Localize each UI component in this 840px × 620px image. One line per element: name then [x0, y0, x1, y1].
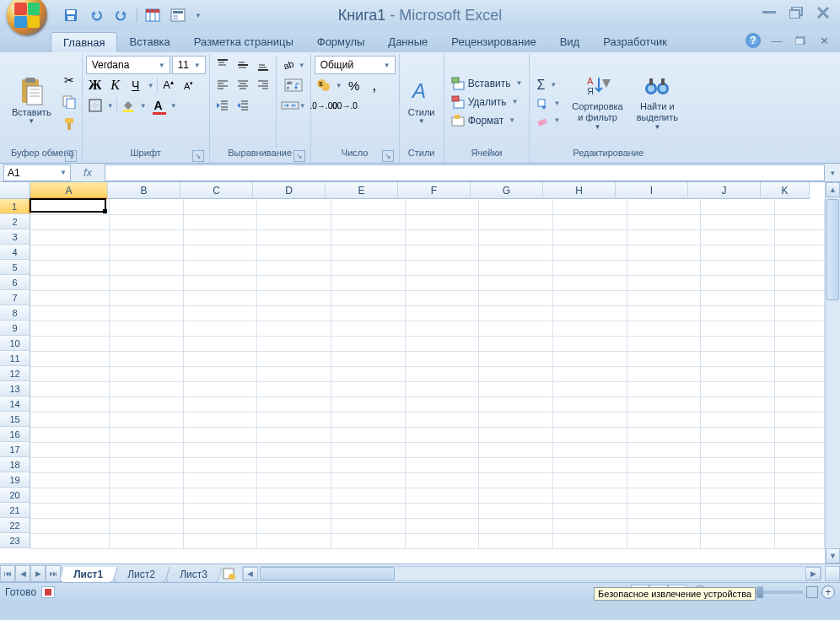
row-header[interactable]: 20	[0, 488, 30, 503]
fill-color-dropdown[interactable]: ▼	[139, 96, 148, 115]
row-header[interactable]: 17	[0, 442, 30, 457]
ribbon-tab-3[interactable]: Формулы	[305, 32, 377, 52]
delete-cells-button[interactable]: Удалить▼	[448, 94, 526, 111]
increase-indent-button[interactable]	[234, 96, 252, 115]
dialog-launcher[interactable]: ↘	[293, 150, 305, 162]
close-button[interactable]	[815, 5, 832, 20]
align-top-button[interactable]	[213, 56, 232, 74]
row-header[interactable]: 6	[0, 275, 30, 290]
scroll-thumb[interactable]	[260, 567, 395, 580]
first-sheet-button[interactable]: ⏮	[0, 565, 15, 582]
dialog-launcher[interactable]: ↘	[192, 150, 204, 162]
align-center-button[interactable]	[234, 76, 252, 94]
row-header[interactable]: 5	[0, 260, 30, 275]
sheet-tab[interactable]: Лист3	[164, 567, 222, 583]
column-header[interactable]: C	[180, 182, 253, 199]
expand-formula-bar-button[interactable]: ▾	[825, 169, 840, 177]
row-header[interactable]: 7	[0, 290, 30, 305]
accounting-format-button[interactable]: $	[315, 76, 333, 94]
row-header[interactable]: 19	[0, 472, 30, 488]
zoom-thumb[interactable]	[757, 586, 763, 598]
italic-button[interactable]: К	[106, 76, 125, 94]
font-color-dropdown[interactable]: ▼	[170, 96, 178, 115]
row-header[interactable]: 23	[0, 533, 30, 548]
font-size-combo[interactable]: 11▼	[172, 56, 206, 74]
dialog-launcher[interactable]: ↘	[65, 150, 77, 162]
row-header[interactable]: 13	[0, 381, 30, 396]
row-header[interactable]: 18	[0, 457, 30, 472]
font-name-combo[interactable]: Verdana▼	[86, 56, 170, 74]
decrease-indent-button[interactable]	[213, 96, 232, 115]
row-header[interactable]: 1	[0, 199, 30, 214]
cut-button[interactable]: ✂	[60, 71, 78, 89]
grow-font-button[interactable]: A▴	[159, 76, 178, 94]
underline-button[interactable]: Ч	[127, 76, 145, 94]
save-button[interactable]	[61, 6, 81, 24]
ribbon-tab-6[interactable]: Вид	[548, 32, 592, 52]
align-bottom-button[interactable]	[254, 56, 272, 74]
number-format-combo[interactable]: Общий▼	[315, 56, 396, 74]
formula-input[interactable]	[105, 164, 825, 181]
vertical-scrollbar[interactable]: ▲ ▼	[825, 182, 840, 563]
row-header[interactable]: 8	[0, 305, 30, 321]
styles-button[interactable]: A Стили ▼	[403, 56, 440, 148]
restore-button[interactable]	[788, 5, 805, 20]
format-cells-button[interactable]: Формат▼	[448, 112, 526, 129]
minimize-button[interactable]	[761, 5, 778, 20]
help-button[interactable]: ?	[746, 33, 761, 48]
row-header[interactable]: 14	[0, 396, 30, 412]
row-header[interactable]: 11	[0, 351, 30, 366]
cells-area[interactable]	[30, 199, 825, 563]
scroll-up-button[interactable]: ▲	[826, 182, 840, 197]
name-box[interactable]: A1▼	[3, 164, 71, 181]
doc-restore-button[interactable]	[793, 34, 808, 47]
bold-button[interactable]: Ж	[86, 76, 105, 94]
scroll-right-button[interactable]: ▶	[805, 567, 821, 580]
ribbon-tab-4[interactable]: Данные	[376, 32, 439, 52]
comma-button[interactable]: ,	[365, 76, 384, 94]
format-painter-button[interactable]	[60, 115, 78, 133]
row-header[interactable]: 10	[0, 336, 30, 351]
paste-button[interactable]: Вставить ▼	[7, 56, 57, 148]
ribbon-tab-7[interactable]: Разработчик	[591, 32, 679, 52]
column-header[interactable]: I	[616, 182, 688, 199]
borders-button[interactable]	[86, 96, 105, 115]
row-header[interactable]: 22	[0, 518, 30, 533]
column-header[interactable]: E	[326, 182, 398, 199]
row-header[interactable]: 15	[0, 412, 30, 427]
doc-minimize-button[interactable]: —	[769, 34, 784, 47]
sheet-tab[interactable]: Лист1	[58, 567, 117, 583]
accounting-dropdown[interactable]: ▼	[335, 76, 343, 94]
row-header[interactable]: 12	[0, 366, 30, 381]
last-sheet-button[interactable]: ⏭	[46, 565, 61, 582]
shrink-font-button[interactable]: A▾	[180, 76, 198, 94]
scroll-thumb[interactable]	[827, 199, 839, 300]
zoom-in-button[interactable]: +	[821, 585, 835, 599]
ribbon-tab-0[interactable]: Главная	[51, 32, 117, 52]
merge-button[interactable]: ▼	[280, 96, 307, 115]
column-header[interactable]: H	[543, 182, 616, 199]
scroll-down-button[interactable]: ▼	[826, 548, 840, 563]
find-select-button[interactable]: Найти и выделить ▼	[632, 56, 683, 148]
clear-button[interactable]: ▼	[533, 113, 563, 128]
align-middle-button[interactable]	[234, 56, 252, 74]
sort-filter-button[interactable]: АЯ Сортировка и фильтр ▼	[567, 56, 627, 148]
column-header[interactable]: A	[30, 182, 108, 199]
column-header[interactable]: G	[471, 182, 543, 199]
insert-cells-button[interactable]: Вставить▼	[448, 75, 526, 92]
align-left-button[interactable]	[213, 76, 232, 94]
decrease-decimal-button[interactable]: .00→.0	[335, 96, 353, 115]
redo-button[interactable]	[111, 6, 132, 24]
dialog-launcher[interactable]: ↘	[382, 150, 394, 162]
copy-button[interactable]	[60, 93, 78, 111]
sheet-tab[interactable]: Лист2	[112, 567, 170, 583]
qat-customize-dropdown[interactable]: ▼	[193, 6, 203, 24]
column-header[interactable]: B	[108, 182, 180, 199]
percent-button[interactable]: %	[345, 76, 363, 94]
autosum-button[interactable]: Σ▼	[533, 76, 563, 94]
next-sheet-button[interactable]: ▶	[30, 565, 46, 582]
align-right-button[interactable]	[254, 76, 272, 94]
qat-custom-1[interactable]	[143, 6, 163, 24]
font-color-button[interactable]: A	[149, 96, 168, 115]
horizontal-scrollbar[interactable]: ◀ ▶	[242, 566, 821, 581]
